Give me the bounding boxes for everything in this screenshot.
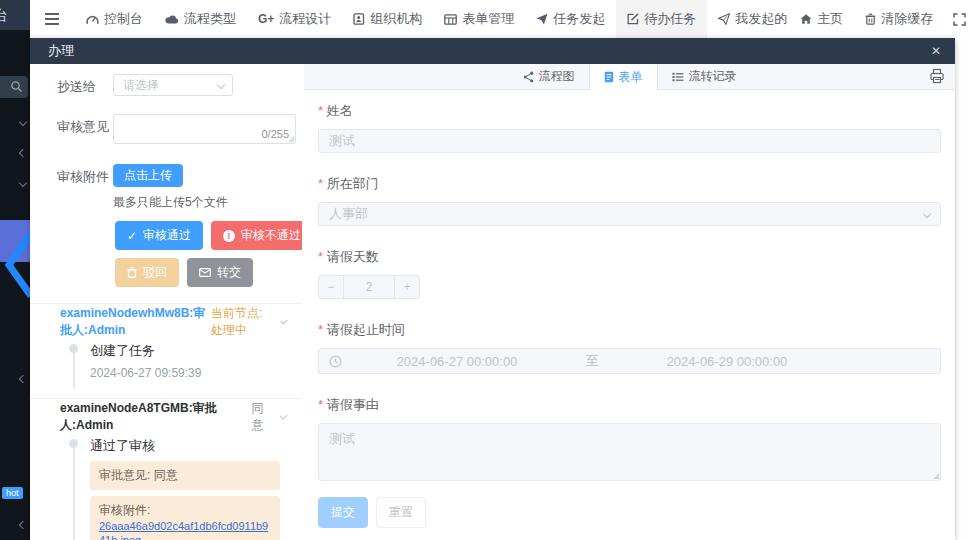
sidebar-logo: 台: [0, 0, 30, 30]
submit-button[interactable]: 提交: [318, 497, 368, 528]
approval-attachment-box: 审核附件: 26aaa46a9d02c4af1db6fcd0911b941b.j…: [90, 496, 280, 540]
chevron-down-icon: [217, 81, 225, 89]
attachment-file-link[interactable]: 26aaa46a9d02c4af1db6fcd0911b941b.jpeg: [99, 520, 268, 540]
timeline-events: 创建了任务 2024-06-27 09:59:39: [90, 342, 292, 390]
nav-right-group: 主页 清除缓存 Admin: [798, 10, 970, 28]
timeline-events: 通过了审核 审批意见: 同意 审核附件: 26aaa46a9d02c4af1db…: [90, 437, 292, 540]
share-icon: [523, 71, 534, 83]
event-time: 2024-06-27 09:59:39: [90, 366, 292, 380]
timeline-event: 通过了审核 审批意见: 同意 审核附件: 26aaa46a9d02c4af1db…: [90, 437, 292, 540]
print-icon[interactable]: [929, 68, 945, 84]
transfer-button[interactable]: 转交: [187, 258, 253, 287]
department-label: 所在部门: [318, 175, 941, 193]
cc-label: 抄送给: [57, 74, 113, 96]
days-value: 2: [344, 276, 394, 298]
app-root: 台 hot 控制台: [0, 0, 970, 540]
search-icon: [10, 80, 23, 93]
opinion-label: 审核意见: [57, 114, 113, 144]
list-icon: [672, 72, 684, 82]
timeline-section-header[interactable]: examineNodeA8TGMB:审批人:Admin 同意: [30, 399, 302, 435]
upload-hint: 最多只能上传5个文件: [113, 194, 228, 211]
close-icon[interactable]: ✕: [931, 44, 941, 58]
range-separator: 至: [572, 352, 612, 370]
approval-opinion-box: 审批意见: 同意: [90, 461, 280, 490]
attachment-label: 审核附件: [57, 164, 113, 211]
tab-form[interactable]: 表单: [589, 64, 658, 90]
chevron-left-icon[interactable]: [19, 521, 27, 529]
resize-grip[interactable]: [288, 136, 294, 142]
chevron-down-icon[interactable]: [19, 179, 27, 187]
reject-button[interactable]: ! 审核不通过: [211, 221, 302, 250]
check-icon: ✓: [127, 229, 137, 243]
chevron-down-icon: [923, 210, 931, 218]
nav-item-my-initiated[interactable]: 我发起的: [707, 0, 798, 38]
node-status: 同意: [251, 400, 272, 434]
nav-item-task-start[interactable]: 任务发起: [525, 0, 616, 38]
approve-button[interactable]: ✓ 审核通过: [115, 221, 203, 250]
department-select[interactable]: 人事部: [318, 202, 941, 226]
chevron-left-icon[interactable]: [19, 375, 27, 383]
trash-icon: [127, 267, 137, 278]
edit-icon: [627, 13, 639, 25]
chevron-left-icon[interactable]: [19, 149, 27, 157]
dialog-header: 办理 ✕: [30, 38, 955, 64]
send-icon: [718, 13, 730, 25]
chevron-down-icon: [280, 317, 287, 324]
date-range-label: 请假起止时间: [318, 321, 941, 339]
dialog-title: 办理: [48, 42, 74, 60]
approval-panel: 抄送给 请选择 审核意见 0/255 审核附件 点: [30, 64, 302, 540]
nav-item-organization[interactable]: 组织机构: [342, 0, 433, 38]
minus-icon[interactable]: −: [319, 276, 344, 298]
leave-form: 姓名 测试 所在部门 人事部 请假天数 −: [304, 90, 955, 540]
days-label: 请假天数: [318, 248, 941, 266]
form-panel: 流程图 表单: [302, 64, 955, 540]
range-end: 2024-06-29 00:00:00: [612, 354, 842, 369]
mail-icon: [199, 268, 211, 277]
clock-icon: [329, 355, 342, 368]
date-range-picker[interactable]: 2024-06-27 00:00:00 至 2024-06-29 00:00:0…: [318, 348, 941, 374]
home-icon: [800, 13, 812, 25]
sidebar-search-input[interactable]: [0, 76, 28, 98]
upload-button[interactable]: 点击上传: [113, 164, 183, 187]
plus-icon[interactable]: +: [394, 276, 419, 298]
nav-menu: 控制台 流程类型 G+ 流程设计 组织机构: [30, 0, 798, 38]
clear-cache-button[interactable]: 清除缓存: [863, 10, 935, 28]
nav-item-form-manage[interactable]: 表单管理: [433, 0, 525, 38]
trash-icon: [865, 13, 876, 25]
name-label: 姓名: [318, 102, 941, 120]
chevron-down-icon[interactable]: [19, 118, 27, 126]
node-status: 当前节点: 处理中: [211, 305, 274, 339]
tab-flowchart[interactable]: 流程图: [509, 64, 589, 89]
tab-bar: 流程图 表单: [304, 64, 955, 90]
name-input[interactable]: 测试: [318, 129, 941, 153]
days-stepper[interactable]: − 2 +: [318, 275, 420, 299]
range-start: 2024-06-27 00:00:00: [342, 354, 572, 369]
send-back-button[interactable]: 驳回: [115, 258, 179, 287]
address-book-icon: [353, 13, 365, 25]
hamburger-icon[interactable]: [45, 10, 59, 28]
nav-item-todo-tasks[interactable]: 待办任务: [616, 0, 707, 38]
resize-grip[interactable]: [933, 473, 939, 479]
paper-plane-icon: [536, 13, 548, 25]
fullscreen-icon[interactable]: [953, 13, 966, 26]
hot-badge: hot: [2, 487, 23, 499]
big-chevron-left-icon: [1, 230, 30, 300]
document-icon: [604, 71, 614, 83]
nav-item-process-type[interactable]: 流程类型: [154, 0, 247, 38]
opinion-textarea[interactable]: 0/255: [113, 114, 296, 144]
reset-button[interactable]: 重置: [376, 497, 426, 528]
chevron-down-icon: [279, 411, 287, 419]
timeline-section-header[interactable]: examineNodewhMw8B:审批人:Admin 当前节点: 处理中: [30, 304, 302, 340]
cloud-icon: [165, 14, 179, 24]
char-counter: 0/255: [261, 128, 289, 140]
table-icon: [444, 14, 457, 25]
reason-label: 请假事由: [318, 396, 941, 414]
timeline-event: 创建了任务 2024-06-27 09:59:39: [90, 342, 292, 390]
sidebar: 台 hot: [0, 0, 30, 540]
nav-item-process-design[interactable]: G+ 流程设计: [247, 0, 342, 38]
home-button[interactable]: 主页: [798, 10, 845, 28]
tab-flow-records[interactable]: 流转记录: [658, 64, 751, 89]
nav-item-console[interactable]: 控制台: [75, 0, 154, 38]
cc-select[interactable]: 请选择: [113, 74, 233, 96]
reason-textarea[interactable]: 测试: [318, 423, 941, 481]
